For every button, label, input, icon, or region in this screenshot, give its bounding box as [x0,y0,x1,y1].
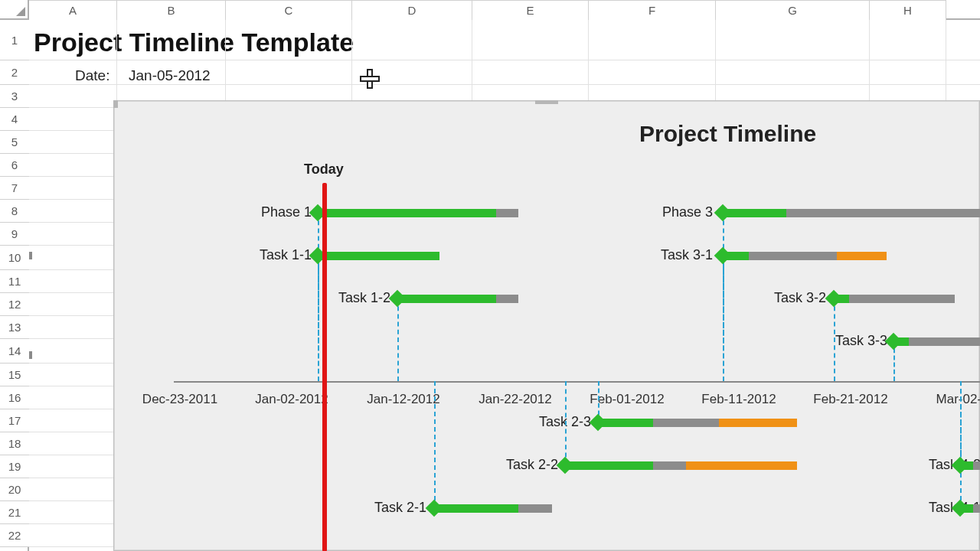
axis-tick-label: Jan-12-2012 [367,392,439,407]
axis-tick-label: Jan-22-2012 [479,392,551,407]
cell-cursor-icon [361,70,378,87]
milestone-diamond-icon [714,204,732,222]
split-bar-indicator[interactable] [29,252,32,259]
axis-tick-label: Jan-02-2012 [255,392,328,407]
row-header-3[interactable]: 3 [0,85,29,108]
date-value[interactable]: Jan-05-2012 [129,67,211,84]
task-label: Phase 3 [662,204,713,220]
chart-resize-handle[interactable] [535,100,558,104]
row-header-20[interactable]: 20 [0,478,29,501]
cells-area[interactable]: Project Timeline Template Date: Jan-05-2… [29,20,980,551]
row-header-10[interactable]: 10 [0,246,29,270]
progress-bar[interactable] [318,252,439,260]
row-header-17[interactable]: 17 [0,409,29,432]
progress-bar[interactable] [434,504,518,513]
milestone-diamond-icon [389,290,407,308]
drop-line [960,381,962,508]
task-label: Task 3-3 [835,333,887,349]
row-header-9[interactable]: 9 [0,223,29,246]
column-headers: ABCDEFGH [29,0,980,20]
axis-tick-label: Feb-11-2012 [701,392,776,407]
row-header-21[interactable]: 21 [0,501,29,524]
milestone-diamond-icon [714,247,732,265]
project-timeline-chart[interactable]: Project Timeline Today Dec-23-2011Jan-02… [113,100,980,551]
milestone-diamond-icon [426,500,443,517]
col-header-A[interactable]: A [29,0,117,20]
row-headers: 12345678910111213141516171819202122 [0,20,29,551]
drop-line [565,381,567,465]
task-label: Task 1-1 [260,247,312,263]
drop-line [318,256,319,381]
page-title: Project Timeline Template [34,28,354,57]
row-header-22[interactable]: 22 [0,524,29,547]
overrun-bar[interactable] [719,419,797,427]
row-header-8[interactable]: 8 [0,200,29,223]
gridline [29,60,980,60]
row-header-12[interactable]: 12 [0,293,29,316]
milestone-diamond-icon [885,333,903,350]
today-label: Today [304,161,344,178]
split-bar-indicator[interactable] [29,351,32,359]
drop-line [723,256,724,381]
select-all-corner[interactable] [0,0,29,20]
col-header-F[interactable]: F [589,0,716,20]
time-axis [174,381,980,383]
task-label: Task 1-2 [338,290,390,306]
row-header-13[interactable]: 13 [0,316,29,339]
row-header-16[interactable]: 16 [0,386,29,409]
gridline [29,84,980,85]
row-header-2[interactable]: 2 [0,60,29,85]
row-header-11[interactable]: 11 [0,270,29,293]
drop-line [397,298,399,381]
task-label: Task 2-2 [506,457,558,473]
row-header-15[interactable]: 15 [0,364,29,386]
row-header-5[interactable]: 5 [0,131,29,154]
spreadsheet: ABCDEFGH 1234567891011121314151617181920… [0,0,980,551]
task-label: Phase 1 [261,204,312,220]
date-label: Date: [75,67,109,84]
today-line-marker [322,183,327,551]
row-header-19[interactable]: 19 [0,455,29,478]
axis-tick-label: Feb-01-2012 [590,392,664,407]
col-header-H[interactable]: H [870,0,946,20]
axis-tick-label: Mar-02-2 [936,392,980,407]
progress-bar[interactable] [397,295,496,303]
drop-line [434,381,436,508]
milestone-diamond-icon [825,290,843,308]
row-header-7[interactable]: 7 [0,177,29,200]
col-header-C[interactable]: C [226,0,352,20]
chart-resize-handle[interactable] [113,100,118,108]
task-label: Task 3-2 [774,290,826,306]
col-header-D[interactable]: D [352,0,472,20]
row-header-6[interactable]: 6 [0,154,29,177]
col-header-E[interactable]: E [472,0,589,20]
task-label: Task 2-1 [374,500,426,516]
row-header-1[interactable]: 1 [0,20,29,60]
task-label: Task 3-1 [661,247,713,263]
row-header-18[interactable]: 18 [0,432,29,455]
progress-bar[interactable] [565,461,653,470]
plan-bar[interactable] [834,295,955,303]
axis-tick-label: Dec-23-2011 [142,392,217,407]
col-header-G[interactable]: G [716,0,870,20]
axis-tick-label: Feb-21-2012 [813,392,887,407]
progress-bar[interactable] [723,209,786,217]
chart-title: Project Timeline [639,121,816,147]
milestone-diamond-icon [557,457,574,474]
row-header-14[interactable]: 14 [0,339,29,364]
drop-line [834,298,835,381]
overrun-bar[interactable] [686,461,797,470]
progress-bar[interactable] [318,209,496,217]
milestone-diamond-icon [590,414,607,432]
col-header-B[interactable]: B [117,0,226,20]
row-header-4[interactable]: 4 [0,108,29,131]
overrun-bar[interactable] [837,252,887,260]
